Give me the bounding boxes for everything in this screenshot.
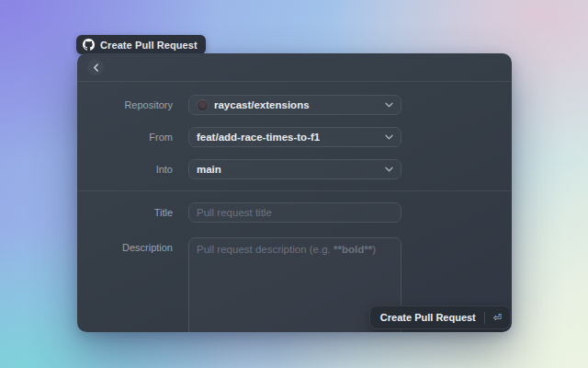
into-branch-value: main: [197, 164, 221, 175]
repository-avatar-icon: [197, 99, 209, 111]
form-section-divider: [77, 190, 512, 191]
description-placeholder-suffix: ): [372, 244, 376, 255]
hotkey-badge-label: Create Pull Request: [100, 40, 198, 51]
repository-field-row: Repository raycast/extensions: [77, 95, 512, 115]
title-label: Title: [77, 207, 173, 218]
repository-dropdown[interactable]: raycast/extensions: [188, 95, 401, 115]
description-placeholder-bold: **bold**: [334, 244, 372, 255]
chevron-down-icon: [385, 134, 393, 140]
from-branch-dropdown[interactable]: feat/add-race-times-to-f1: [188, 127, 401, 147]
title-field-row: Title: [77, 202, 512, 223]
chevron-down-icon: [385, 167, 393, 172]
window-header: [77, 53, 512, 82]
create-pull-request-button-label: Create Pull Request: [380, 312, 476, 323]
desktop-background: Create Pull Request Repository raycast/e…: [0, 0, 588, 368]
into-field-row: Into main: [77, 159, 512, 179]
from-field-row: From feat/add-race-times-to-f1: [77, 127, 512, 147]
chevron-left-icon: [93, 63, 99, 72]
enter-key-icon: ⏎: [493, 313, 502, 323]
into-branch-dropdown[interactable]: main: [188, 159, 401, 179]
from-label: From: [77, 132, 173, 143]
from-branch-value: feat/add-race-times-to-f1: [197, 132, 320, 143]
github-icon: [83, 39, 95, 51]
into-label: Into: [77, 164, 173, 175]
repository-value: raycast/extensions: [214, 99, 310, 110]
create-pull-request-button[interactable]: Create Pull Request ⏎: [369, 305, 511, 329]
hotkey-badge: Create Pull Request: [76, 35, 206, 54]
back-button[interactable]: [87, 59, 104, 75]
title-input[interactable]: [188, 202, 401, 223]
description-label: Description: [77, 237, 173, 253]
button-separator: [484, 312, 485, 324]
repository-label: Repository: [77, 99, 173, 110]
description-placeholder: Pull request description (e.g.: [197, 244, 334, 255]
chevron-down-icon: [385, 102, 393, 108]
create-pull-request-window: Repository raycast/extensions From feat/…: [77, 53, 512, 332]
